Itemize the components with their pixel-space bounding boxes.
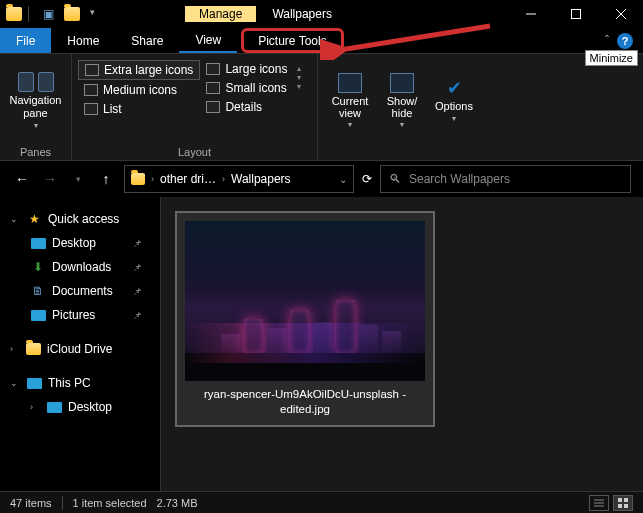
forward-button[interactable]: → <box>40 171 60 187</box>
layout-details[interactable]: Details <box>200 98 293 116</box>
options-label: Options <box>435 100 473 112</box>
group-label-panes: Panes <box>6 144 65 158</box>
window-title: Wallpapers <box>272 7 332 21</box>
group-label-empty <box>324 144 480 158</box>
ribbon-group-layout: Extra large icons Medium icons List Larg… <box>72 54 318 160</box>
thumbnail-caption: ryan-spencer-Um9AkOilDcU-unsplash - edit… <box>185 381 425 417</box>
tab-file[interactable]: File <box>0 28 51 53</box>
list-icon <box>84 103 98 115</box>
tree-label: Pictures <box>52 308 95 322</box>
quick-access-toolbar: ▣ ▾ <box>43 7 95 21</box>
navigation-pane-button[interactable]: Navigation pane ▾ <box>6 58 65 144</box>
layout-scroll-down-icon[interactable]: ▾ <box>297 73 301 82</box>
expand-icon[interactable]: › <box>10 344 20 354</box>
thumbnails-view-button[interactable] <box>613 495 633 511</box>
tree-desktop-pc[interactable]: › Desktop <box>0 395 160 419</box>
expand-icon[interactable]: ⌄ <box>10 378 20 388</box>
group-label-layout: Layout <box>78 144 311 158</box>
breadcrumb-level2[interactable]: Wallpapers <box>231 172 291 186</box>
minimize-button[interactable] <box>508 0 553 28</box>
view-mode-toggle <box>589 495 633 511</box>
tree-this-pc[interactable]: ⌄ This PC <box>0 371 160 395</box>
ribbon-group-panes: Navigation pane ▾ Panes <box>0 54 72 160</box>
options-button[interactable]: ✔ Options ▾ <box>428 58 480 144</box>
details-view-button[interactable] <box>589 495 609 511</box>
details-view-icon <box>594 498 604 508</box>
navigation-tree: ⌄ ★ Quick access Desktop 📌︎ ⬇ Downloads … <box>0 197 160 491</box>
status-item-count: 47 items <box>10 497 52 509</box>
back-button[interactable]: ← <box>12 171 32 187</box>
layout-label: Small icons <box>225 81 286 95</box>
window-controls <box>508 0 643 28</box>
chevron-right-icon[interactable]: › <box>222 174 225 184</box>
layout-small-icons[interactable]: Small icons <box>200 79 293 97</box>
tab-view[interactable]: View <box>179 28 237 53</box>
close-button[interactable] <box>598 0 643 28</box>
details-icon <box>206 101 220 113</box>
folder-icon <box>26 343 41 355</box>
collapse-ribbon-icon[interactable]: ˆ <box>605 34 609 48</box>
qat-dropdown-icon[interactable]: ▾ <box>90 7 95 21</box>
extra-large-icons-icon <box>85 64 99 76</box>
svg-rect-9 <box>618 504 622 508</box>
large-icons-icon <box>206 63 220 75</box>
navigation-bar: ← → ▾ ↑ › other dri… › Wallpapers ⌄ ⟳ 🔍︎… <box>0 161 643 197</box>
help-icon[interactable]: ? <box>617 33 633 49</box>
tree-icloud-drive[interactable]: › iCloud Drive <box>0 337 160 361</box>
layout-medium-icons[interactable]: Medium icons <box>78 81 200 99</box>
tab-share[interactable]: Share <box>115 28 179 53</box>
address-dropdown-icon[interactable]: ⌄ <box>339 174 347 185</box>
tab-home[interactable]: Home <box>51 28 115 53</box>
show-hide-button[interactable]: Show/ hide ▾ <box>376 58 428 144</box>
chevron-down-icon: ▾ <box>452 115 456 124</box>
navigation-pane-icon <box>18 72 54 92</box>
tree-label: This PC <box>48 376 91 390</box>
tree-label: Documents <box>52 284 113 298</box>
layout-extra-large-icons[interactable]: Extra large icons <box>78 60 200 80</box>
ribbon-tabs: File Home Share View Picture Tools ˆ ? <box>0 28 643 53</box>
desktop-icon <box>46 400 62 414</box>
up-button[interactable]: ↑ <box>96 171 116 187</box>
search-box[interactable]: 🔍︎ Search Wallpapers <box>380 165 631 193</box>
maximize-button[interactable] <box>553 0 598 28</box>
content-pane[interactable]: ryan-spencer-Um9AkOilDcU-unsplash - edit… <box>160 197 643 491</box>
layout-scroll-up-icon[interactable]: ▴ <box>297 64 301 73</box>
chevron-right-icon[interactable]: › <box>151 174 154 184</box>
tree-quick-access[interactable]: ⌄ ★ Quick access <box>0 207 160 231</box>
minimize-tooltip: Minimize <box>585 50 638 66</box>
current-view-icon <box>338 73 362 93</box>
layout-label: Details <box>225 100 262 114</box>
qat-new-folder-icon[interactable] <box>64 7 80 21</box>
address-bar[interactable]: › other dri… › Wallpapers ⌄ <box>124 165 354 193</box>
status-separator <box>62 496 63 510</box>
tree-pictures[interactable]: Pictures 📌︎ <box>0 303 160 327</box>
expand-icon[interactable]: ⌄ <box>10 214 20 224</box>
svg-rect-10 <box>624 504 628 508</box>
history-dropdown-icon[interactable]: ▾ <box>68 174 88 184</box>
ribbon: Navigation pane ▾ Panes Extra large icon… <box>0 53 643 161</box>
file-thumbnail[interactable]: ryan-spencer-Um9AkOilDcU-unsplash - edit… <box>175 211 435 427</box>
title-bar-left: ▣ ▾ <box>0 6 95 22</box>
pin-icon: 📌︎ <box>132 286 142 297</box>
tree-downloads[interactable]: ⬇ Downloads 📌︎ <box>0 255 160 279</box>
layout-list[interactable]: List <box>78 100 200 118</box>
show-hide-label: Show/ hide <box>376 95 428 119</box>
app-folder-icon <box>6 7 22 21</box>
refresh-button[interactable]: ⟳ <box>362 172 372 186</box>
tab-picture-tools[interactable]: Picture Tools <box>241 28 343 53</box>
search-placeholder: Search Wallpapers <box>409 172 510 186</box>
address-folder-icon <box>131 173 145 185</box>
qat-properties-icon[interactable]: ▣ <box>43 7 54 21</box>
tree-desktop[interactable]: Desktop 📌︎ <box>0 231 160 255</box>
ribbon-group-views: Current view ▾ Show/ hide ▾ ✔ Options ▾ <box>318 54 486 160</box>
desktop-icon <box>30 236 46 250</box>
expand-icon[interactable]: › <box>30 402 40 412</box>
current-view-button[interactable]: Current view ▾ <box>324 58 376 144</box>
breadcrumb-level1[interactable]: other dri… <box>160 172 216 186</box>
layout-large-icons[interactable]: Large icons <box>200 60 293 78</box>
chevron-down-icon: ▾ <box>348 121 352 130</box>
tree-documents[interactable]: 🗎 Documents 📌︎ <box>0 279 160 303</box>
main-area: ⌄ ★ Quick access Desktop 📌︎ ⬇ Downloads … <box>0 197 643 491</box>
layout-more-icon[interactable]: ▾ <box>297 82 301 91</box>
show-hide-icon <box>390 73 414 93</box>
